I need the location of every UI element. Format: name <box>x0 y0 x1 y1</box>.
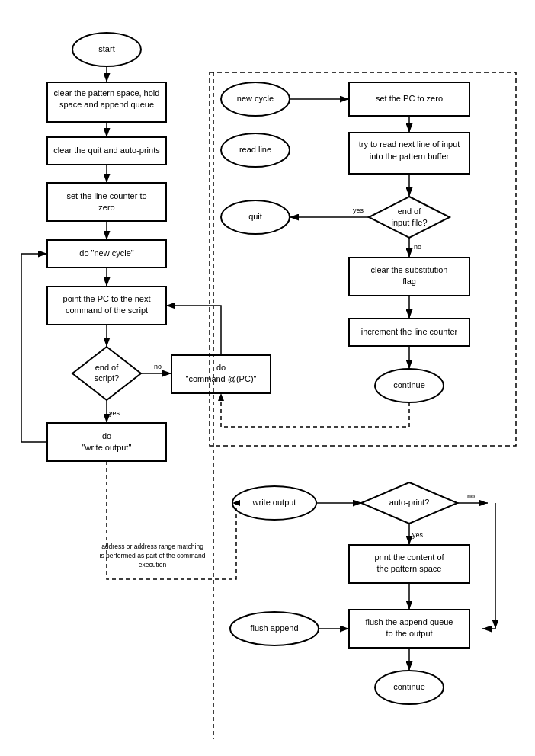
point-pc-label2: command of the script <box>66 306 148 315</box>
try-read-label: try to read next line of input <box>359 139 460 149</box>
clear-quit-label: clear the quit and auto-prints <box>53 146 160 155</box>
do-command-label: do <box>216 363 226 372</box>
address-note1: address or address range matching <box>101 543 203 550</box>
set-pc-label: set the PC to zero <box>376 94 443 103</box>
clear-sub-label2: flag <box>402 277 416 286</box>
start-label: start <box>98 44 114 53</box>
clear-pattern-label: clear the pattern space, hold <box>54 88 160 98</box>
svg-marker-16 <box>218 393 224 401</box>
yes-label-input: yes <box>353 207 364 214</box>
flush-append-label: flush append <box>251 623 299 633</box>
print-pattern-label: print the content of <box>374 553 444 562</box>
try-read-label2: into the pattern buffer <box>370 152 450 161</box>
continue1-label: continue <box>393 380 425 389</box>
yes-label-script: yes <box>109 409 120 417</box>
yes-label-auto: yes <box>412 531 424 539</box>
end-input-label: end of <box>398 207 422 216</box>
do-write-output-label2: "write output" <box>82 443 132 452</box>
set-line-label2: zero <box>98 203 114 212</box>
continue2-label: continue <box>393 682 425 691</box>
end-script-label: end of <box>95 363 120 372</box>
address-note2: is performed as part of the command <box>100 552 206 559</box>
flowchart-svg: start clear the pattern space, hold spac… <box>0 0 535 756</box>
no-label-auto: no <box>467 492 475 500</box>
do-new-cycle-label: do "new cycle" <box>79 248 133 258</box>
print-pattern-label2: the pattern space <box>376 564 441 573</box>
end-script-label2: script? <box>95 373 119 383</box>
no-label-input: no <box>414 243 421 251</box>
no-label-script: no <box>154 363 162 370</box>
new-cycle-label: new cycle <box>237 94 274 103</box>
set-line-label: set the line counter to <box>66 191 146 200</box>
clear-pattern-label2: space and append queue <box>59 100 154 109</box>
clear-sub-label: clear the substitution <box>371 265 448 274</box>
read-line-label: read line <box>239 145 271 154</box>
address-note3: execution <box>139 561 167 569</box>
quit-label: quit <box>248 212 262 221</box>
end-input-label2: input file? <box>391 218 427 227</box>
auto-print-label: auto-print? <box>389 498 430 507</box>
increment-label: increment the line counter <box>361 327 458 336</box>
flush-queue-label: flush the append queue <box>366 617 453 626</box>
do-command-label2: "command @(PC)" <box>186 374 257 383</box>
point-pc-label: point the PC to the next <box>63 294 151 303</box>
flush-queue-label2: to the output <box>386 629 432 638</box>
do-write-output-label: do <box>102 431 111 440</box>
write-output-label: write output <box>252 498 296 507</box>
